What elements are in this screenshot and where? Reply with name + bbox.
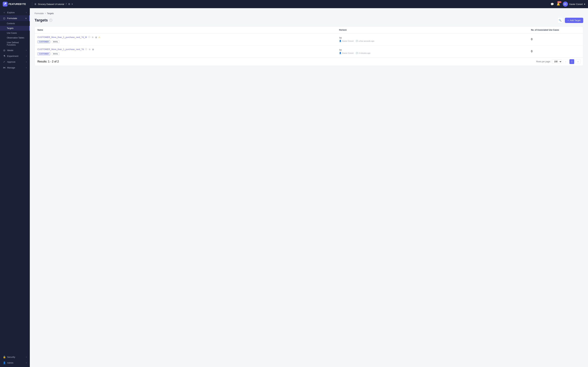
sidebar-item-use-cases[interactable]: Use Cases	[0, 31, 30, 35]
help-icon[interactable]: ?	[49, 19, 52, 22]
row1-horizon-cell: 7d 👤 Xavier Conort 🕐 a few seconds ago	[336, 33, 528, 45]
sidebar-item-ideate[interactable]: ◎ Ideate ›	[0, 47, 30, 53]
top-nav: FEATUREBYTE 🖥 Grocery Dataset UI tutoria…	[0, 0, 588, 8]
table-header: Name Horizon No. of Associated Use Cases	[35, 27, 583, 33]
row2-use-cases-cell: 0	[528, 45, 583, 58]
row2-tags: CUSTOMER BOOL	[37, 52, 334, 55]
sidebar-item-manage[interactable]: ⋈ Manage ›	[0, 65, 30, 70]
page-1-button[interactable]: 1	[570, 59, 574, 64]
add-button-label: Add Target	[570, 19, 580, 22]
sidebar: ○ Explore › ◻ Formulate ∨ Contexts Targe…	[0, 8, 30, 367]
row2-horizon-cell: 7d 👤 Xavier Conort 🕐 4 minutes ago	[336, 45, 528, 58]
targets-table-container: Name Horizon No. of Associated Use Cases…	[34, 26, 583, 66]
row1-author-icon: 👤	[339, 40, 341, 42]
row2-author-meta: 👤 Xavier Conort	[339, 52, 354, 54]
row1-copy-button[interactable]: ⧉	[91, 36, 94, 39]
table-row: CUSTOMER_More_than_1_purchase_next_7d_M …	[35, 33, 583, 45]
sidebar-item-formulate[interactable]: ◻ Formulate ∨	[0, 15, 30, 21]
next-page-button[interactable]: ›	[576, 59, 580, 64]
ideate-chevron-icon: ›	[26, 49, 26, 51]
sidebar-label-formulate: Formulate	[7, 17, 24, 20]
row1-timestamp-meta: 🕐 a few seconds ago	[356, 40, 374, 42]
user-name: Xavier Conort	[569, 3, 583, 5]
experiment-chevron-icon: ›	[26, 55, 26, 57]
row1-tag-customer: CUSTOMER	[37, 40, 50, 43]
row2-name-text[interactable]: CUSTOMER_More_than_1_purchase_next_7d	[37, 48, 84, 50]
row1-table-button[interactable]: ▦	[95, 36, 97, 39]
sidebar-item-observation-tables[interactable]: Observation Tables	[0, 35, 30, 40]
table-body: CUSTOMER_More_than_1_purchase_next_7d_M …	[35, 33, 583, 58]
observation-tables-label: Observation Tables	[7, 37, 24, 39]
sidebar-item-explore[interactable]: ○ Explore ›	[0, 9, 30, 15]
user-avatar: XC	[563, 1, 568, 7]
sidebar-label-explore: Explore	[7, 11, 25, 14]
row2-author: Xavier Conort	[342, 52, 354, 54]
search-button[interactable]: 🔍	[557, 17, 563, 23]
nav-divider	[32, 2, 32, 6]
row1-author-meta: 👤 Xavier Conort	[339, 40, 354, 42]
workspace-name: Grocery Dataset UI tutorial	[38, 3, 64, 5]
formulate-chevron-icon: ∨	[25, 17, 26, 19]
row2-timestamp-meta: 🕐 4 minutes ago	[356, 52, 370, 54]
sidebar-label-security: Security	[7, 356, 25, 358]
main-layout: ○ Explore › ◻ Formulate ∨ Contexts Targe…	[0, 8, 588, 367]
row1-clock-icon: 🕐	[356, 40, 358, 42]
user-defined-functions-label: User Defined Functions	[7, 41, 19, 46]
row2-timestamp: 4 minutes ago	[359, 52, 370, 54]
sidebar-label-approve: Approve	[7, 61, 25, 63]
row2-copy-button[interactable]: ⧉	[89, 48, 91, 51]
sidebar-label-experiment: Experiment	[7, 55, 25, 57]
breadcrumb-separator: >	[45, 12, 46, 15]
row1-horizon-meta: 👤 Xavier Conort 🕐 a few seconds ago	[339, 40, 526, 42]
app-logo[interactable]: FEATUREBYTE	[3, 2, 30, 7]
sidebar-item-experiment[interactable]: ⚗ Experiment ›	[0, 53, 30, 59]
results-label: Results:	[37, 60, 47, 63]
sidebar-item-user-defined-functions[interactable]: User Defined Functions	[0, 40, 30, 47]
chat-button[interactable]: 💬	[551, 3, 554, 6]
sidebar-item-security[interactable]: 🔒 Security ›	[0, 354, 30, 360]
row1-name-text[interactable]: CUSTOMER_More_than_1_purchase_next_7d_M	[37, 36, 87, 38]
approve-icon: ✓	[3, 60, 6, 63]
table-footer: Results: 1 - 2 of 2 Rows per page: 100 5…	[35, 57, 583, 66]
manage-chevron-icon: ›	[26, 67, 26, 69]
notification-badge: 999+	[557, 1, 561, 3]
prev-page-button[interactable]: ‹	[563, 59, 568, 64]
add-icon: +	[568, 19, 569, 22]
notifications-button[interactable]: 🔔 999+	[557, 3, 560, 6]
row1-info-button[interactable]: ⓘ	[88, 35, 91, 39]
content-area: Formulate > Targets Targets ? 🔍 + Add Ta…	[30, 8, 588, 367]
sidebar-item-approve[interactable]: ✓ Approve ›	[0, 59, 30, 65]
row1-tags: CUSTOMER BOOL	[37, 40, 334, 43]
workspace-chevron-icon[interactable]: ▾	[72, 3, 73, 5]
contexts-label: Contexts	[7, 22, 15, 25]
col-header-use-cases: No. of Associated Use Cases	[528, 27, 583, 33]
col-header-horizon: Horizon	[336, 27, 528, 33]
sidebar-item-contexts[interactable]: Contexts	[0, 21, 30, 26]
admin-chevron-icon: ›	[26, 362, 26, 364]
nav-actions: 💬 🔔 999+ XC Xavier Conort ▾	[551, 1, 585, 7]
security-icon: 🔒	[3, 356, 6, 358]
rows-per-page-select[interactable]: 100 50 25	[552, 59, 562, 64]
rows-per-page-label: Rows per page:	[536, 60, 551, 63]
targets-table: Name Horizon No. of Associated Use Cases…	[35, 27, 583, 57]
row2-info-button[interactable]: ⓘ	[85, 48, 88, 51]
breadcrumb-current: Targets	[47, 12, 54, 15]
workspace-selector[interactable]: 🖥 Grocery Dataset UI tutorial ⤴ ⚙ ▾	[34, 3, 73, 5]
add-target-button[interactable]: + Add Target	[565, 18, 583, 23]
row2-author-icon: 👤	[339, 52, 341, 54]
breadcrumb-parent[interactable]: Formulate	[34, 12, 44, 15]
breadcrumb: Formulate > Targets	[34, 12, 583, 15]
row1-tag-bool: BOOL	[52, 40, 60, 43]
admin-icon: 👤	[3, 361, 6, 364]
formulate-icon: ◻	[3, 17, 6, 20]
row2-tag-bool: BOOL	[52, 52, 60, 55]
approve-chevron-icon: ›	[26, 61, 26, 63]
rows-per-page-control: Rows per page: 100 50 25	[536, 59, 562, 64]
row1-warning-icon: ⚠	[98, 36, 100, 38]
sidebar-item-targets[interactable]: Targets	[0, 26, 30, 31]
user-menu[interactable]: XC Xavier Conort ▾	[563, 1, 585, 7]
row2-table-button[interactable]: ▦	[92, 48, 94, 51]
settings-icon[interactable]: ⚙	[68, 3, 70, 5]
sidebar-item-admin[interactable]: 👤 Admin ›	[0, 360, 30, 366]
row1-use-cases-cell: 0	[528, 33, 583, 45]
